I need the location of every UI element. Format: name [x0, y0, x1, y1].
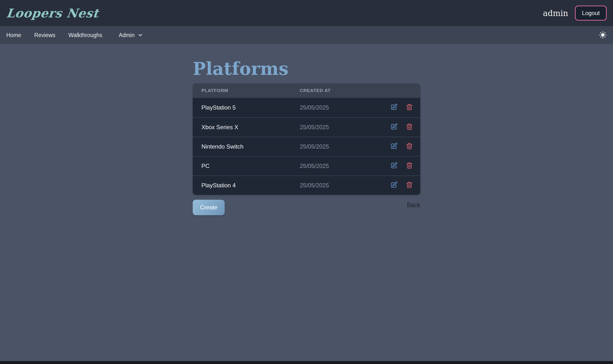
- row-actions: [379, 143, 420, 151]
- platforms-table: Platform Created At PlayStation 5 25/05/…: [193, 83, 420, 195]
- platform-name: PlayStation 4: [193, 182, 300, 189]
- row-actions: [379, 104, 420, 111]
- nav-item-admin-label: Admin: [119, 32, 134, 39]
- platform-name: PC: [193, 163, 300, 169]
- delete-button[interactable]: [406, 181, 413, 189]
- row-actions: [379, 162, 420, 170]
- edit-button[interactable]: [390, 123, 398, 131]
- create-button[interactable]: Create: [193, 200, 225, 215]
- delete-button[interactable]: [406, 143, 413, 151]
- sun-icon: [599, 31, 607, 39]
- row-actions: [379, 181, 420, 189]
- nav-item-walkthroughs[interactable]: Walkthroughs: [68, 32, 102, 39]
- created-at-date: 25/05/2025: [300, 163, 379, 169]
- back-link[interactable]: Back: [407, 202, 420, 209]
- edit-icon: [390, 123, 398, 131]
- main-content: Platforms Platform Created At PlayStatio…: [0, 44, 613, 215]
- platform-name: PlayStation 5: [193, 104, 300, 111]
- nav-item-walkthroughs-label: Walkthroughs: [68, 32, 102, 39]
- delete-button[interactable]: [406, 162, 413, 170]
- table-row: PlayStation 5 25/05/2025: [193, 98, 420, 117]
- created-at-date: 25/05/2025: [300, 143, 379, 150]
- edit-icon: [390, 162, 398, 170]
- brand-logo[interactable]: Loopers Nest: [6, 6, 99, 20]
- platform-name: Xbox Series X: [193, 124, 300, 131]
- delete-button[interactable]: [406, 123, 413, 131]
- edit-icon: [390, 104, 398, 111]
- nav-item-admin-dropdown[interactable]: Admin: [119, 32, 143, 39]
- nav-item-reviews-label: Reviews: [34, 32, 55, 39]
- delete-button[interactable]: [406, 104, 413, 111]
- nav-item-home[interactable]: Home: [6, 32, 21, 39]
- header-right: admin Logout: [543, 6, 607, 21]
- created-at-date: 25/05/2025: [300, 124, 379, 131]
- content-column: Platforms Platform Created At PlayStatio…: [193, 60, 420, 215]
- trash-icon: [406, 162, 413, 170]
- page-title: Platforms: [193, 60, 420, 78]
- theme-toggle-button[interactable]: [599, 31, 607, 39]
- edit-button[interactable]: [390, 181, 398, 189]
- column-header-platform: Platform: [193, 88, 300, 93]
- row-actions: [379, 123, 420, 131]
- created-at-date: 25/05/2025: [300, 182, 379, 189]
- trash-icon: [406, 104, 413, 111]
- trash-icon: [406, 123, 413, 131]
- edit-button[interactable]: [390, 162, 398, 170]
- table-row: PC 25/05/2025: [193, 156, 420, 175]
- table-header-row: Platform Created At: [193, 83, 420, 98]
- edit-button[interactable]: [390, 104, 398, 111]
- logout-button[interactable]: Logout: [575, 6, 607, 21]
- platform-name: Nintendo Switch: [193, 143, 300, 150]
- column-header-created-at: Created At: [300, 88, 379, 93]
- trash-icon: [406, 143, 413, 151]
- edit-button[interactable]: [390, 143, 398, 151]
- nav-item-home-label: Home: [6, 32, 21, 39]
- table-row: PlayStation 4 25/05/2025: [193, 175, 420, 195]
- edit-icon: [390, 143, 398, 151]
- table-row: Xbox Series X 25/05/2025: [193, 117, 420, 137]
- bottom-actions: Create Back: [193, 200, 420, 215]
- edit-icon: [390, 181, 398, 189]
- footer-strip: [0, 361, 613, 364]
- username-label: admin: [543, 9, 568, 18]
- table-row: Nintendo Switch 25/05/2025: [193, 137, 420, 156]
- trash-icon: [406, 181, 413, 189]
- chevron-down-icon: [137, 32, 143, 38]
- nav-bar: Home Reviews Walkthroughs Admin: [0, 26, 613, 44]
- created-at-date: 25/05/2025: [300, 104, 379, 111]
- app-header: Loopers Nest admin Logout: [0, 0, 613, 26]
- nav-item-reviews[interactable]: Reviews: [34, 32, 55, 39]
